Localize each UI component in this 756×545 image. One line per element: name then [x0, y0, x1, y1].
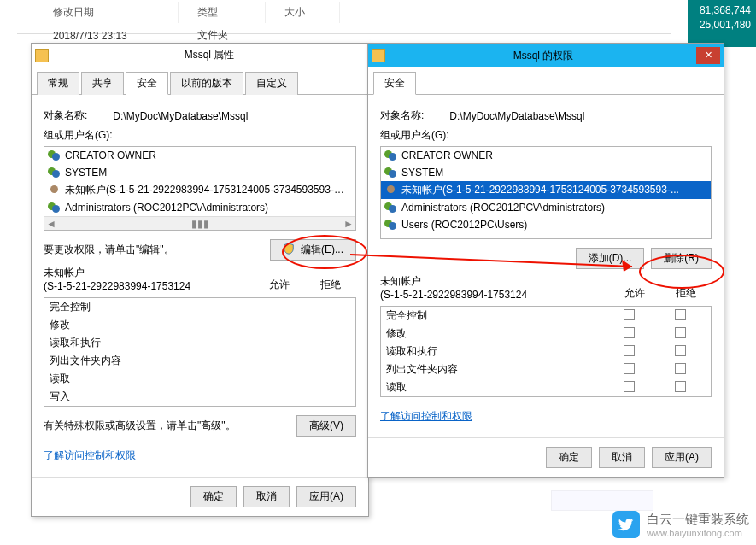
watermark: 白云一键重装系统 www.baiyunxitong.com — [612, 511, 749, 538]
stat-1: 81,368,744 — [693, 3, 751, 18]
tab-security[interactable]: 安全 — [373, 72, 416, 95]
permissions-titlebar[interactable]: Mssql 的权限 ✕ — [368, 44, 724, 67]
desktop-side-stats: 81,368,744 25,001,480 — [688, 0, 756, 47]
permissions-tabs: 安全 — [368, 67, 724, 95]
list-item[interactable]: CREATOR OWNER — [44, 147, 355, 164]
list-item[interactable]: SYSTEM — [381, 164, 711, 181]
allow-checkbox[interactable] — [624, 309, 635, 320]
perm-name: 完全控制 — [50, 300, 248, 314]
edit-button-label: 编辑(E)... — [301, 243, 343, 255]
properties-button-bar: 确定 取消 应用(A) — [32, 477, 368, 516]
edit-button[interactable]: 编辑(E)... — [270, 239, 356, 261]
folder-icon — [372, 49, 385, 62]
deny-checkbox[interactable] — [675, 309, 686, 320]
permissions-button-bar: 确定 取消 应用(A) — [368, 437, 724, 477]
cancel-button[interactable]: 取消 — [599, 447, 645, 468]
perm-row: 完全控制 — [381, 307, 711, 325]
remove-button[interactable]: 删除(R) — [651, 248, 712, 269]
perm-row: 读取和执行 — [381, 343, 711, 360]
deny-checkbox[interactable] — [675, 381, 686, 392]
deny-checkbox[interactable] — [675, 363, 686, 374]
perm-row: 读取 — [381, 378, 711, 396]
col-size[interactable]: 大小 — [267, 2, 340, 23]
properties-dialog: Mssql 属性 常规 共享 安全 以前的版本 自定义 对象名称: D:\MyD… — [31, 43, 369, 517]
cancel-button[interactable]: 取消 — [243, 486, 290, 507]
object-path: D:\MyDoc\MyDatabase\Mssql — [113, 110, 248, 122]
list-item-label: SYSTEM — [401, 167, 443, 179]
properties-titlebar[interactable]: Mssql 属性 — [32, 44, 368, 67]
perm-name: 修改 — [50, 318, 248, 332]
properties-tabs: 常规 共享 安全 以前的版本 自定义 — [32, 67, 368, 95]
advanced-button[interactable]: 高级(V) — [296, 415, 356, 437]
allow-checkbox[interactable] — [624, 363, 635, 374]
permissions-for-label-1: 未知帐户 — [44, 266, 254, 280]
perm-name: 完全控制 — [386, 308, 603, 323]
object-name-label: 对象名称: — [44, 108, 87, 123]
deny-checkbox[interactable] — [675, 327, 686, 338]
apply-button[interactable]: 应用(A) — [296, 486, 356, 507]
allow-header: 允许 — [609, 286, 660, 301]
list-item-label: 未知帐户(S-1-5-21-2922983994-1753124005-3734… — [401, 183, 679, 197]
groups-label: 组或用户名(G): — [44, 128, 356, 143]
object-path: D:\MyDoc\MyDatabase\Mssql — [449, 110, 584, 122]
tab-customize[interactable]: 自定义 — [245, 72, 298, 95]
users-icon — [384, 218, 398, 231]
perm-row: 列出文件夹内容 — [44, 352, 355, 370]
properties-title: Mssql 属性 — [54, 48, 365, 62]
tab-previous-versions[interactable]: 以前的版本 — [170, 72, 243, 95]
perm-name: 写入 — [50, 390, 248, 404]
perm-row: 列出文件夹内容 — [381, 360, 711, 378]
list-item-selected[interactable]: 未知帐户(S-1-5-21-2922983994-1753124005-3734… — [381, 181, 711, 199]
perm-row: 修改 — [44, 316, 355, 334]
watermark-url: www.baiyunxitong.com — [647, 528, 749, 538]
perm-name: 读取 — [50, 372, 248, 386]
tab-security[interactable]: 安全 — [126, 72, 168, 95]
col-modified[interactable]: 修改日期 — [36, 2, 179, 23]
users-icon — [384, 149, 398, 162]
perm-name: 修改 — [386, 326, 603, 341]
users-icon — [48, 201, 62, 214]
perm-name: 列出文件夹内容 — [50, 354, 248, 368]
allow-checkbox[interactable] — [624, 381, 635, 392]
users-icon — [48, 149, 62, 162]
groups-listbox[interactable]: CREATOR OWNER SYSTEM 未知帐户(S-1-5-21-29229… — [380, 146, 712, 239]
horizontal-scrollbar[interactable]: ◄▮▮▮► — [44, 216, 355, 230]
col-type[interactable]: 类型 — [180, 2, 266, 23]
perm-row: 修改 — [381, 325, 711, 343]
ok-button[interactable]: 确定 — [546, 447, 592, 468]
perm-name: 读取和执行 — [50, 336, 248, 350]
folder-icon — [35, 49, 49, 62]
help-link[interactable]: 了解访问控制和权限 — [380, 409, 472, 424]
shield-icon — [283, 243, 295, 255]
list-item-label: SYSTEM — [65, 167, 107, 179]
close-button[interactable]: ✕ — [696, 47, 720, 64]
object-name-label: 对象名称: — [380, 108, 424, 123]
groups-listbox[interactable]: CREATOR OWNER SYSTEM 未知帐户(S-1-5-21-29229… — [44, 146, 356, 231]
help-link[interactable]: 了解访问控制和权限 — [44, 448, 136, 463]
list-item-label: 未知帐户(S-1-5-21-2922983994-1753124005-3734… — [65, 183, 344, 197]
list-item[interactable]: Users (ROC2012PC\Users) — [381, 216, 711, 233]
add-button[interactable]: 添加(D)... — [576, 248, 645, 269]
allow-checkbox[interactable] — [624, 327, 635, 338]
permissions-for-label-2: (S-1-5-21-2922983994-1753124 — [380, 289, 609, 301]
list-item[interactable]: Administrators (ROC2012PC\Administrators… — [381, 199, 711, 216]
taskbar-preview-hint — [551, 490, 653, 511]
watermark-logo-icon — [612, 511, 640, 538]
users-icon — [384, 201, 398, 214]
list-item-label: CREATOR OWNER — [65, 149, 156, 161]
allow-checkbox[interactable] — [624, 345, 635, 356]
list-item[interactable]: SYSTEM — [44, 164, 355, 181]
watermark-brand: 白云一键重装系统 — [647, 512, 749, 528]
apply-button[interactable]: 应用(A) — [652, 447, 712, 468]
list-item-label: CREATOR OWNER — [401, 149, 493, 161]
list-item[interactable]: CREATOR OWNER — [381, 147, 711, 164]
list-item[interactable]: Administrators (ROC2012PC\Administrators… — [44, 199, 355, 216]
list-item-label: Administrators (ROC2012PC\Administrators… — [65, 202, 268, 214]
stat-2: 25,001,480 — [693, 18, 751, 32]
deny-checkbox[interactable] — [675, 345, 686, 356]
list-item[interactable]: 未知帐户(S-1-5-21-2922983994-1753124005-3734… — [44, 181, 355, 199]
deny-header: 拒绝 — [305, 278, 356, 292]
tab-sharing[interactable]: 共享 — [81, 72, 124, 95]
tab-general[interactable]: 常规 — [37, 72, 79, 95]
ok-button[interactable]: 确定 — [190, 486, 237, 507]
